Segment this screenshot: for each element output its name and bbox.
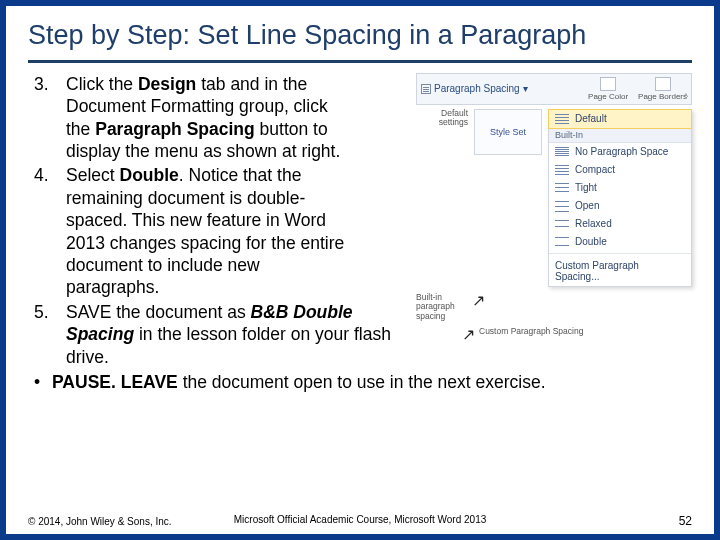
- lines-icon: [555, 113, 569, 125]
- lines-icon: [555, 146, 569, 158]
- arrow-icon: ↗: [462, 325, 475, 344]
- screenshot-mock: Paragraph Spacing ▾ Page Color Page Bord…: [416, 73, 692, 370]
- footer-copyright: © 2014, John Wiley & Sons, Inc.: [28, 516, 172, 527]
- bullet-icon: •: [34, 371, 52, 393]
- lines-icon: [555, 218, 569, 230]
- arrow-icon: ↗: [472, 291, 485, 310]
- step-number: 5.: [30, 301, 66, 368]
- option-no-space: No Paragraph Space: [549, 143, 691, 161]
- footer-course: Microsoft Official Academic Course, Micr…: [234, 514, 487, 525]
- step-item: 3.Click the Design tab and in the Docume…: [66, 73, 406, 163]
- slide-title: Step by Step: Set Line Spacing in a Para…: [28, 20, 692, 58]
- pause-line: • PAUSE. LEAVE the document open to use …: [28, 371, 692, 393]
- option-tight: Tight: [549, 179, 691, 197]
- paragraph-spacing-icon: [421, 84, 431, 94]
- title-rule: [28, 60, 692, 63]
- lines-icon: [555, 236, 569, 248]
- pause-text: PAUSE. LEAVE the document open to use in…: [52, 371, 546, 393]
- ribbon-item-page-color: Page Color: [588, 77, 628, 101]
- default-settings-label: Default settings: [416, 109, 468, 287]
- option-relaxed: Relaxed: [549, 215, 691, 233]
- paragraph-spacing-button: Paragraph Spacing ▾: [421, 83, 528, 94]
- option-double: Double: [549, 233, 691, 251]
- step-number: 3.: [30, 73, 66, 163]
- ribbon-item-page-borders: Page Borders: [638, 77, 687, 101]
- chevron-up-icon: ^: [684, 92, 688, 102]
- callout-builtin: Built-in paragraph spacing ↗: [416, 293, 692, 321]
- paragraph-spacing-label: Paragraph Spacing: [434, 83, 520, 94]
- step-text: Click the Design tab and in the Document…: [66, 73, 346, 163]
- step-item: 5. SAVE the document as B&B Double Spaci…: [66, 301, 406, 368]
- step-list: 3.Click the Design tab and in the Docume…: [28, 73, 406, 368]
- step-text: Select Double. Notice that the remaining…: [66, 164, 346, 298]
- footer: © 2014, John Wiley & Sons, Inc. Microsof…: [28, 514, 692, 528]
- ribbon-right-group: Page Color Page Borders: [588, 77, 687, 101]
- lines-icon: [555, 164, 569, 176]
- slide: Step by Step: Set Line Spacing in a Para…: [6, 6, 714, 534]
- step-item: 4.Select Double. Notice that the remaini…: [66, 164, 406, 298]
- builtin-header: Built-In: [549, 128, 691, 143]
- body-row: 3.Click the Design tab and in the Docume…: [28, 73, 692, 370]
- text-column: 3.Click the Design tab and in the Docume…: [28, 73, 406, 370]
- paragraph-spacing-dropdown: Default Built-In No Paragraph Space Comp…: [548, 109, 692, 287]
- option-compact: Compact: [549, 161, 691, 179]
- step-number: 4.: [30, 164, 66, 298]
- option-default: Default: [549, 110, 691, 128]
- row-styleset: Default settings Style Set Default Built…: [416, 109, 692, 287]
- page-number: 52: [679, 514, 692, 528]
- option-custom: Custom Paragraph Spacing...: [549, 256, 691, 286]
- lines-icon: [555, 200, 569, 212]
- step-text: SAVE the document as B&B Double Spacing …: [66, 301, 406, 368]
- option-open: Open: [549, 197, 691, 215]
- style-set-box: Style Set: [474, 109, 542, 155]
- separator: [549, 253, 691, 254]
- callout-custom: ↗ Custom Paragraph Spacing: [462, 327, 692, 346]
- ribbon: Paragraph Spacing ▾ Page Color Page Bord…: [416, 73, 692, 105]
- dropdown-caret-icon: ▾: [523, 83, 528, 94]
- lines-icon: [555, 182, 569, 194]
